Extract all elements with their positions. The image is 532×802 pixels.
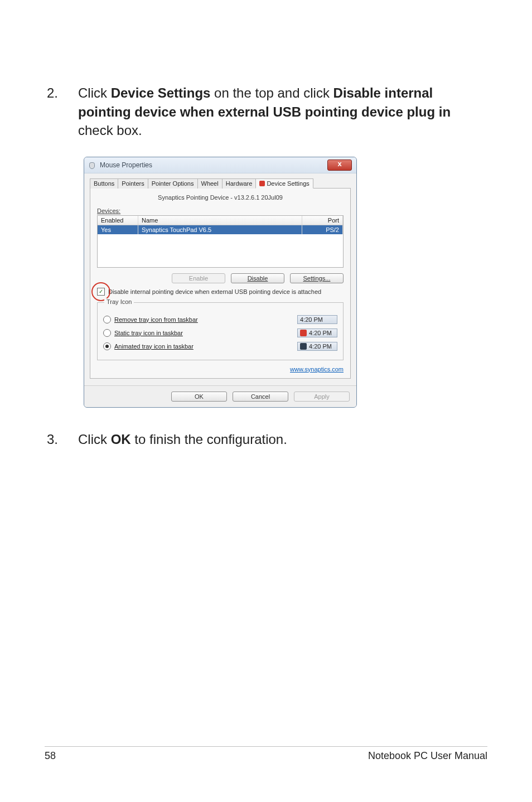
- devices-label: Devices:: [97, 207, 344, 214]
- tab-wheel-label: Wheel: [201, 180, 219, 187]
- tray-static-icon: [300, 330, 307, 336]
- tab-pointers[interactable]: Pointers: [118, 178, 148, 189]
- tab-pointer-options[interactable]: Pointer Options: [148, 178, 198, 189]
- mouse-icon: [89, 161, 96, 169]
- tray-radio-animated-label: Animated tray icon in taskbar: [114, 343, 194, 350]
- synaptics-link-row: www.synaptics.com: [97, 366, 344, 373]
- tab-hardware[interactable]: Hardware: [222, 178, 257, 189]
- dialog-button-row: OK Cancel Apply: [84, 385, 356, 407]
- tray-radio-remove[interactable]: [103, 316, 111, 323]
- tab-wheel[interactable]: Wheel: [197, 178, 223, 189]
- tray-radio-animated[interactable]: [103, 342, 111, 350]
- tab-hardware-label: Hardware: [226, 180, 253, 187]
- radio-dot-icon: [105, 345, 109, 348]
- page-number: 58: [45, 750, 56, 762]
- tab-device-settings[interactable]: Device Settings: [255, 178, 313, 189]
- tray-option-remove: Remove tray icon from taskbar 4:20 PM: [103, 315, 337, 324]
- apply-button: Apply: [294, 392, 350, 402]
- tray-sample-remove-time: 4:20 PM: [300, 316, 323, 323]
- step-3-number: 3.: [45, 430, 58, 449]
- tray-radio-static-label: Static tray icon in taskbar: [114, 330, 183, 336]
- header-enabled[interactable]: Enabled: [98, 216, 138, 225]
- devices-header-row: Enabled Name Port: [98, 216, 343, 225]
- ok-button[interactable]: OK: [171, 392, 227, 402]
- settings-button-label: Settings...: [303, 275, 331, 282]
- disable-button[interactable]: Disable: [231, 273, 284, 283]
- step-3-text-before: Click: [78, 432, 111, 447]
- titlebar-left: Mouse Properties: [89, 161, 152, 169]
- disable-internal-checkbox-label: Disable internal pointing device when ex…: [108, 288, 321, 295]
- devices-list[interactable]: Enabled Name Port Yes Synaptics TouchPad…: [97, 215, 344, 268]
- tray-option-static: Static tray icon in taskbar 4:20 PM: [103, 328, 337, 337]
- tray-radio-remove-label: Remove tray icon from taskbar: [114, 316, 198, 323]
- page-footer: 58 Notebook PC User Manual: [45, 746, 487, 762]
- settings-button[interactable]: Settings...: [290, 273, 344, 283]
- tray-sample-static-time: 4:20 PM: [309, 330, 332, 336]
- manual-title: Notebook PC User Manual: [368, 750, 487, 762]
- header-name[interactable]: Name: [138, 216, 302, 225]
- device-enabled: Yes: [98, 225, 138, 234]
- synaptics-link[interactable]: www.synaptics.com: [290, 366, 344, 373]
- tray-icon-fieldset: Tray Icon Remove tray icon from taskbar …: [97, 302, 344, 360]
- dialog-body: Buttons Pointers Pointer Options Wheel H…: [84, 173, 356, 385]
- step-2-number: 2.: [45, 84, 58, 103]
- step-2-text: Click Device Settings on the top and cli…: [78, 84, 487, 140]
- titlebar: Mouse Properties x: [84, 157, 356, 173]
- tray-sample-remove: 4:20 PM: [297, 315, 337, 324]
- tray-sample-animated-time: 4:20 PM: [309, 343, 332, 350]
- step-2-text-mid: on the top and click: [214, 85, 333, 100]
- driver-version-text: Synaptics Pointing Device - v13.2.6.1 20…: [97, 194, 344, 201]
- page: 2. Click Device Settings on the top and …: [0, 0, 532, 802]
- tray-option-animated: Animated tray icon in taskbar 4:20 PM: [103, 342, 337, 351]
- tray-animated-icon: [300, 343, 307, 350]
- tab-strip: Buttons Pointers Pointer Options Wheel H…: [90, 178, 351, 189]
- tray-sample-static: 4:20 PM: [297, 328, 337, 337]
- disable-internal-checkbox-row: ✓ Disable internal pointing device when …: [97, 288, 344, 296]
- step-3-bold-1: OK: [111, 432, 131, 447]
- device-port: PS/2: [302, 225, 343, 234]
- tab-buttons-label: Buttons: [94, 180, 114, 187]
- disable-button-label: Disable: [248, 275, 268, 282]
- step-2-text-before: Click: [78, 85, 111, 100]
- devices-label-text: Devices:: [97, 207, 120, 214]
- enable-button: Enable: [172, 273, 225, 283]
- cancel-button[interactable]: Cancel: [233, 392, 288, 402]
- mouse-properties-screenshot: Mouse Properties x Buttons Pointers Poin…: [84, 157, 357, 408]
- tab-pointers-label: Pointers: [122, 180, 144, 187]
- device-row[interactable]: Yes Synaptics TouchPad V6.5 PS/2: [98, 225, 343, 234]
- tab-buttons[interactable]: Buttons: [90, 178, 118, 189]
- dialog-title: Mouse Properties: [100, 161, 152, 169]
- step-3-text: Click OK to finish the configuration.: [78, 430, 487, 449]
- tray-icon-legend: Tray Icon: [104, 298, 134, 305]
- step-3-text-after: to finish the configuration.: [134, 432, 287, 447]
- step-2-text-after: check box.: [78, 123, 142, 138]
- tray-radio-static[interactable]: [103, 329, 111, 337]
- device-name: Synaptics TouchPad V6.5: [138, 225, 302, 234]
- step-2-bold-1: Device Settings: [111, 85, 211, 100]
- tab-pointer-options-label: Pointer Options: [152, 180, 194, 187]
- step-2: 2. Click Device Settings on the top and …: [45, 84, 487, 140]
- header-port[interactable]: Port: [302, 216, 343, 225]
- tray-sample-animated: 4:20 PM: [297, 342, 337, 351]
- close-button[interactable]: x: [327, 160, 352, 171]
- synaptics-icon: [259, 181, 265, 186]
- disable-internal-checkbox[interactable]: ✓: [97, 288, 105, 296]
- tab-panel: Synaptics Pointing Device - v13.2.6.1 20…: [90, 189, 351, 379]
- device-buttons: Enable Disable Settings...: [97, 273, 344, 283]
- step-3: 3. Click OK to finish the configuration.: [45, 430, 487, 449]
- tab-device-settings-label: Device Settings: [267, 180, 309, 187]
- mouse-properties-dialog: Mouse Properties x Buttons Pointers Poin…: [84, 157, 357, 408]
